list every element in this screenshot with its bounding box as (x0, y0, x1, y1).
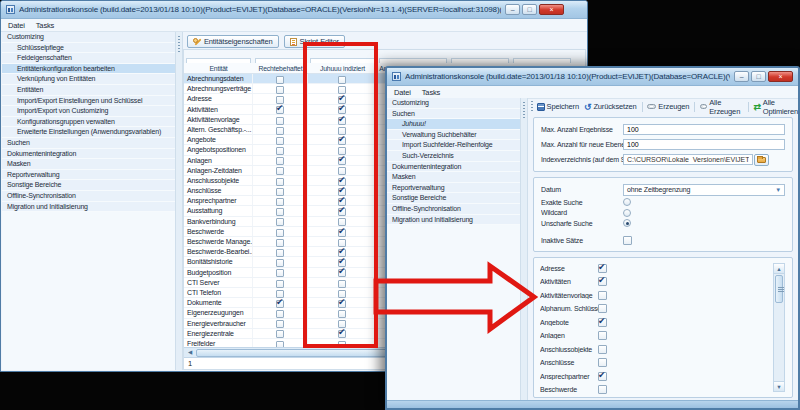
max-results-input[interactable] (623, 124, 785, 135)
sidebar-item[interactable]: Masken (2, 159, 175, 170)
sidebar-item[interactable]: Customizing (2, 32, 175, 43)
sidebar-item[interactable]: Suchen (387, 109, 520, 120)
menu-datei[interactable]: Datei (394, 88, 411, 97)
splitter-handle[interactable] (521, 98, 528, 400)
rechtebehaftet-checkbox[interactable] (276, 249, 284, 257)
entity-checkbox[interactable] (598, 358, 607, 367)
column-header[interactable]: Rechtebehaftet (253, 63, 308, 73)
rechtebehaftet-checkbox[interactable] (276, 341, 284, 347)
minimize-button[interactable]: – (505, 4, 520, 15)
juhuuu-indiziert-checkbox[interactable] (338, 269, 346, 277)
toolbar-grip[interactable] (531, 101, 533, 113)
list-item[interactable]: Anlagen (540, 329, 766, 343)
juhuuu-indiziert-checkbox[interactable] (338, 300, 346, 308)
sidebar-item[interactable]: Juhuuu! (387, 119, 520, 130)
list-item[interactable]: Anschlüsse (540, 356, 766, 370)
rechtebehaftet-checkbox[interactable] (276, 106, 284, 114)
sidebar-item[interactable]: Dokumentenintegration (387, 162, 520, 173)
rechtebehaftet-checkbox[interactable] (276, 167, 284, 175)
rechtebehaftet-checkbox[interactable] (276, 157, 284, 165)
entity-checkbox[interactable] (598, 385, 607, 394)
rechtebehaftet-checkbox[interactable] (276, 259, 284, 267)
sidebar-item[interactable]: Verwaltung Suchbehälter (387, 130, 520, 141)
sidebar-item[interactable]: Migration und Initialisierung (387, 215, 520, 226)
list-item[interactable]: Aktivitätenvorlage (540, 289, 766, 303)
rechtebehaftet-checkbox[interactable] (276, 269, 284, 277)
scroll-up-icon[interactable]: ▲ (774, 264, 784, 274)
entity-checkbox[interactable] (598, 318, 607, 327)
close-button[interactable]: × (539, 4, 564, 15)
rechtebehaftet-checkbox[interactable] (276, 188, 284, 196)
juhuuu-indiziert-checkbox[interactable] (338, 330, 346, 338)
rechtebehaftet-checkbox[interactable] (276, 178, 284, 186)
max-level-input[interactable] (623, 139, 785, 150)
search-mode-radio[interactable] (623, 219, 631, 227)
entity-checkbox[interactable] (598, 264, 607, 273)
sidebar-item[interactable]: Such-Verzeichnis (387, 151, 520, 162)
list-item[interactable]: Ansprechpartner (540, 370, 766, 384)
rechtebehaftet-checkbox[interactable] (276, 218, 284, 226)
sidebar-item[interactable]: Dokumentenintegration (2, 149, 175, 160)
toolbar-button[interactable]: Speichern (537, 102, 579, 111)
toolbar-button[interactable]: Erzeugen (647, 102, 689, 111)
rechtebehaftet-checkbox[interactable] (276, 117, 284, 125)
rechtebehaftet-checkbox[interactable] (276, 239, 284, 247)
column-header[interactable]: Juhuuu indiziert (308, 63, 377, 73)
list-item[interactable]: Anschlussobjekte (540, 343, 766, 357)
sidebar-item[interactable]: Sonstige Bereiche (387, 193, 520, 204)
title-bar[interactable]: Administrationskonsole (build.date=2013/… (387, 68, 798, 86)
sidebar-item[interactable]: Sonstige Bereiche (2, 180, 175, 191)
toolbar-button[interactable]: ⇄Alle Optimieren (753, 98, 798, 116)
sidebar-item[interactable]: Import Suchfelder-Reihenfolge (387, 140, 520, 151)
list-item[interactable]: Adresse (540, 262, 766, 276)
rechtebehaftet-checkbox[interactable] (276, 300, 284, 308)
list-item[interactable]: Beschwerde (540, 383, 766, 394)
close-button[interactable]: × (768, 71, 793, 82)
rechtebehaftet-checkbox[interactable] (276, 137, 284, 145)
juhuuu-indiziert-checkbox[interactable] (338, 280, 346, 288)
juhuuu-indiziert-checkbox[interactable] (338, 341, 346, 347)
title-bar[interactable]: Administrationskonsole (build.date=2013/… (1, 1, 587, 19)
date-dropdown[interactable]: ohne Zeitbegrenzung ▼ (623, 184, 785, 196)
rechtebehaftet-checkbox[interactable] (276, 320, 284, 328)
entity-checkbox[interactable] (598, 372, 607, 381)
scrollbar-thumb[interactable] (775, 275, 783, 303)
list-item[interactable]: Angebote (540, 316, 766, 330)
rechtebehaftet-checkbox[interactable] (276, 310, 284, 318)
rechtebehaftet-checkbox[interactable] (276, 330, 284, 338)
menu-datei[interactable]: Datei (8, 21, 25, 30)
juhuuu-indiziert-checkbox[interactable] (338, 137, 346, 145)
maximize-button[interactable]: □ (751, 71, 766, 82)
rechtebehaftet-checkbox[interactable] (276, 147, 284, 155)
sidebar-item[interactable]: Schlüsselpflege (2, 43, 175, 54)
rechtebehaftet-checkbox[interactable] (276, 127, 284, 135)
sidebar-item[interactable]: Verknüpfung von Entitäten (2, 74, 175, 85)
list-item[interactable]: Alphanum. Schlüssel (540, 302, 766, 316)
toolbar-button[interactable]: Skript-Editor (284, 35, 345, 48)
sidebar-item[interactable]: Entitätenkonfiguration bearbeiten (2, 64, 175, 75)
entity-checkbox[interactable] (598, 277, 607, 286)
sidebar-item[interactable]: Masken (387, 172, 520, 183)
minimize-button[interactable]: – (734, 71, 749, 82)
entity-checkbox[interactable] (598, 291, 607, 300)
rechtebehaftet-checkbox[interactable] (276, 198, 284, 206)
scroll-left-icon[interactable]: ◀ (184, 348, 196, 357)
entity-checkbox[interactable] (598, 304, 607, 313)
splitter-handle[interactable] (176, 32, 183, 370)
index-dir-input[interactable] (623, 154, 753, 165)
juhuuu-indiziert-checkbox[interactable] (338, 76, 346, 84)
juhuuu-indiziert-checkbox[interactable] (338, 157, 346, 165)
vertical-scrollbar[interactable]: ▲ ▼ (773, 263, 785, 393)
maximize-button[interactable]: □ (522, 4, 537, 15)
juhuuu-indiziert-checkbox[interactable] (338, 117, 346, 125)
sidebar-item[interactable]: Offline-Synchronisation (387, 204, 520, 215)
scroll-down-icon[interactable]: ▼ (774, 381, 784, 391)
juhuuu-indiziert-checkbox[interactable] (338, 229, 346, 237)
sidebar-item[interactable]: Reportverwaltung (2, 170, 175, 181)
entity-checkbox[interactable] (598, 345, 607, 354)
menu-tasks[interactable]: Tasks (36, 21, 54, 30)
browse-folder-button[interactable] (754, 154, 769, 166)
sidebar-item[interactable]: Import/Export Einstellungen und Schlüsse… (2, 96, 175, 107)
rechtebehaftet-checkbox[interactable] (276, 86, 284, 94)
sidebar-item[interactable]: Entitäten (2, 85, 175, 96)
